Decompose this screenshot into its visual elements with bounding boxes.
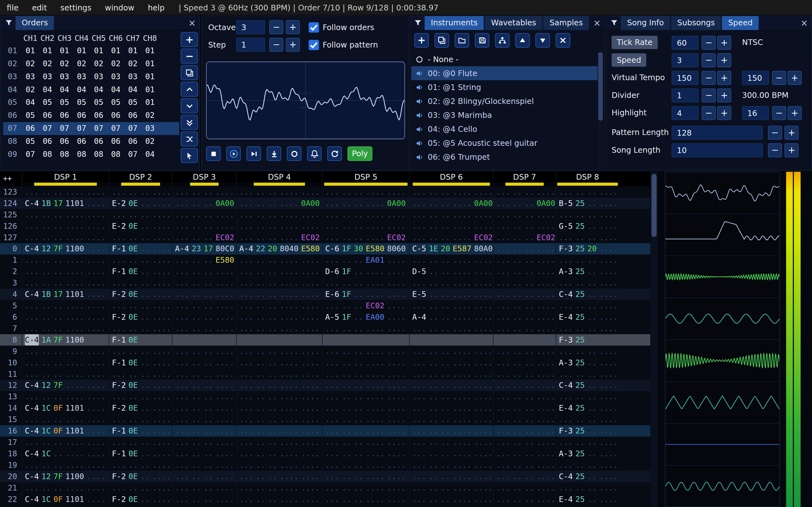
pattern-cell[interactable]: ...............	[236, 255, 322, 266]
order-cell[interactable]: 02	[22, 57, 39, 70]
pattern-cell[interactable]: ...............	[322, 482, 409, 494]
divider-increment-button[interactable]: +	[717, 89, 731, 102]
order-cell[interactable]: 01	[107, 44, 124, 57]
order-cell[interactable]: 05	[22, 135, 39, 148]
tick-rate-decrement-button[interactable]: −	[702, 36, 716, 50]
instrument-add-button[interactable]	[414, 33, 429, 48]
pattern-cell[interactable]: ...........EC02	[236, 232, 322, 243]
order-cell[interactable]: 04	[124, 83, 142, 96]
pattern-cell[interactable]: F-10E......	[109, 266, 172, 277]
order-cell[interactable]: 03	[90, 70, 107, 83]
instrument-item[interactable]: 03: @3 Marimba	[411, 108, 598, 122]
instrument-save-icon[interactable]	[475, 33, 490, 48]
pattern-cell[interactable]: ...............	[22, 300, 109, 312]
pattern-cell[interactable]: ...........	[172, 357, 236, 369]
pattern-cell[interactable]: ...............	[322, 334, 409, 346]
orders-row[interactable]: 090708080808080704	[3, 148, 179, 161]
pattern-cell[interactable]: ...........	[556, 459, 619, 471]
pattern-cell[interactable]: ...............	[409, 448, 493, 459]
pattern-cell[interactable]: ...........	[493, 471, 556, 482]
pattern-cell[interactable]: ...............	[409, 209, 493, 221]
order-cell[interactable]: 03	[73, 70, 90, 83]
close-icon[interactable]: ×	[801, 16, 808, 30]
pattern-cell[interactable]: ...............	[409, 368, 493, 380]
pattern-cell[interactable]: ...............	[236, 209, 322, 221]
pattern-cell[interactable]: ...............	[409, 425, 493, 437]
order-cell[interactable]: 06	[107, 135, 124, 148]
order-cell[interactable]: 06	[73, 109, 90, 122]
pattern-cell[interactable]: A-325......	[556, 357, 619, 369]
instrument-item[interactable]: 01: @1 String	[411, 80, 598, 94]
pattern-scrollbar-thumb[interactable]	[652, 174, 657, 237]
order-cell[interactable]: 01	[142, 70, 159, 83]
octave-decrement-button[interactable]: −	[269, 20, 283, 34]
order-cell[interactable]: 06	[107, 109, 124, 122]
channel-header[interactable]: DSP 6	[409, 172, 493, 186]
order-cell[interactable]: 06	[56, 135, 73, 148]
pattern-cell[interactable]: ...........	[493, 266, 556, 277]
pattern-cell[interactable]: ...........	[493, 494, 556, 505]
divider-decrement-button[interactable]: −	[702, 89, 716, 102]
step-decrement-button[interactable]: −	[269, 38, 283, 52]
pattern-cell[interactable]: ...............	[236, 437, 322, 448]
pattern-cell[interactable]: ...........	[172, 289, 236, 300]
pattern-cell[interactable]: F-325......	[556, 425, 619, 437]
order-cell[interactable]: 04	[90, 83, 107, 96]
pattern-cell[interactable]: ...........	[556, 482, 619, 494]
close-icon[interactable]: ×	[189, 16, 196, 30]
pattern-cell[interactable]: ...........	[109, 186, 172, 198]
pattern-cell[interactable]: ...............	[236, 334, 322, 346]
pattern-cell[interactable]: ...............	[236, 402, 322, 414]
pattern-cell[interactable]: ...............	[409, 391, 493, 402]
pattern-cell[interactable]: G-525......	[556, 221, 619, 232]
pattern-cell[interactable]: C-61F30E5808060	[322, 243, 409, 255]
pattern-cell[interactable]: ...............	[409, 402, 493, 414]
order-cell[interactable]: 05	[107, 96, 124, 109]
channel-header[interactable]: DSP 5	[322, 172, 409, 186]
pattern-cell[interactable]: ...............	[409, 186, 493, 198]
order-remove-button[interactable]	[181, 49, 198, 63]
panel-menu-icon[interactable]	[610, 18, 619, 27]
order-cell[interactable]: 06	[90, 109, 107, 122]
orders-row[interactable]: 040204040404040401	[3, 83, 179, 96]
pattern-cell[interactable]: B-525......	[556, 198, 619, 209]
panel-menu-icon[interactable]	[413, 18, 422, 27]
pattern-cell[interactable]: ...............	[236, 323, 322, 334]
pattern-cell[interactable]: ...............	[322, 459, 409, 471]
pattern-cell[interactable]: ...............	[22, 459, 109, 471]
pattern-cell[interactable]: ...........	[109, 209, 172, 221]
pattern-cell[interactable]: ...............	[409, 414, 493, 425]
pattern-cell[interactable]: F-10E......	[109, 334, 172, 346]
virtual-tempo-num-increment-button[interactable]: +	[717, 71, 731, 85]
orders-row[interactable]: 030303030303030301	[3, 70, 179, 83]
pattern-cell[interactable]: C-425......	[556, 289, 619, 300]
order-cell[interactable]: 07	[39, 122, 56, 135]
pattern-cell[interactable]: C-4127F1100....	[22, 471, 109, 482]
pattern-cell[interactable]: ...............	[22, 482, 109, 494]
order-move-bottom-button[interactable]	[181, 115, 198, 130]
poly-toggle-button[interactable]: Poly	[348, 147, 372, 161]
order-cell[interactable]: 03	[124, 70, 142, 83]
orders-row[interactable]: 070607070707070703	[3, 122, 179, 135]
pattern-cell[interactable]: ...........	[109, 346, 172, 357]
octave-increment-button[interactable]: +	[286, 20, 300, 34]
pattern-cell[interactable]: F-325......	[556, 334, 619, 346]
pattern-cell[interactable]: ...........	[172, 425, 236, 437]
pattern-cell[interactable]: ...........	[493, 277, 556, 289]
pattern-cell[interactable]: E-20E......	[109, 198, 172, 209]
pattern-cell[interactable]: ...............	[409, 380, 493, 391]
pattern-cell[interactable]: ...............	[22, 277, 109, 289]
order-cell[interactable]: 01	[39, 44, 56, 57]
instrument-move-down-button[interactable]	[536, 33, 550, 48]
tab-instruments[interactable]: Instruments	[425, 16, 484, 30]
pattern-cell[interactable]: .......EC02	[172, 232, 236, 243]
order-cell[interactable]: 07	[124, 148, 142, 161]
order-cell[interactable]: 01	[90, 44, 107, 57]
tab-subsongs[interactable]: Subsongs	[671, 16, 721, 30]
virtual-tempo-num-decrement-button[interactable]: −	[702, 71, 716, 85]
order-cell[interactable]: 05	[73, 96, 90, 109]
pattern-cell[interactable]: A-325......	[556, 266, 619, 277]
menu-window[interactable]: window	[98, 0, 141, 15]
pattern-length-increment-button[interactable]: +	[784, 126, 798, 140]
pattern-cell[interactable]: ...........	[109, 482, 172, 494]
